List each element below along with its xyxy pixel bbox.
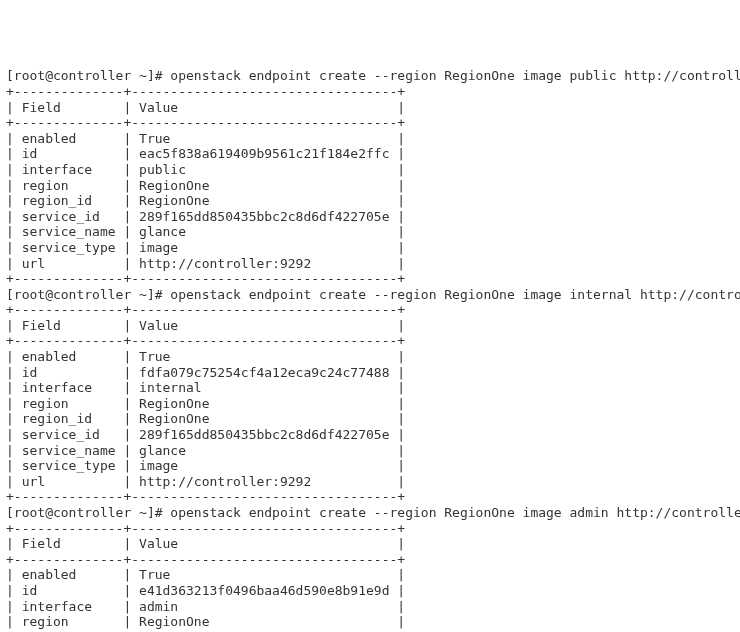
command-prompt-1: [root@controller ~]# openstack endpoint … xyxy=(6,287,740,302)
command-prompt-2: [root@controller ~]# openstack endpoint … xyxy=(6,505,740,520)
terminal-output: [root@controller ~]# openstack endpoint … xyxy=(6,68,734,632)
terminal-text: [root@controller ~]# openstack endpoint … xyxy=(6,68,740,632)
command-prompt-0: [root@controller ~]# openstack endpoint … xyxy=(6,68,740,83)
